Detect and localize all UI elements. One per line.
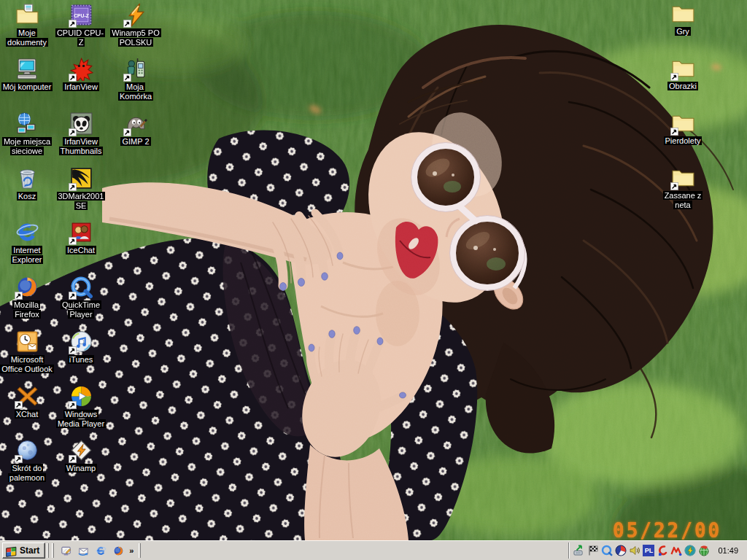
shortcut-arrow-icon [670, 182, 678, 190]
icon-label: Moje miejsca sieciowe [2, 137, 52, 155]
language-indicator[interactable]: PL [643, 545, 654, 556]
windows-flag-icon [5, 545, 18, 557]
icon-label: IrfanView Thumbnails [59, 137, 104, 155]
shortcut-arrow-icon [69, 74, 77, 82]
desktop-icon-moj-komputer[interactable]: Mój komputer [0, 57, 54, 92]
start-button-label: Start [20, 545, 39, 556]
desktop-icon-outlook[interactable]: Microsoft Office Outlook [0, 330, 54, 374]
desktop-icon-irfanview[interactable]: IrfanView [54, 57, 108, 92]
my-documents-folder-icon [15, 3, 39, 27]
desktop-icon-moje-miejsca-sieciowe[interactable]: Moje miejsca sieciowe [0, 112, 54, 156]
desktop[interactable]: 05/22/00 Moje dokumenty CPUID CPU-Z Wina… [0, 0, 747, 540]
recycle-bin-icon [15, 166, 39, 190]
xchat-icon [15, 384, 39, 408]
desktop-icon-palemoon[interactable]: Skrót do palemoon [0, 438, 54, 483]
desktop-icon-gimp[interactable]: GIMP 2 [109, 112, 163, 147]
shortcut-arrow-icon [15, 401, 23, 409]
palemoon-icon [15, 438, 39, 462]
desktop-icon-3dmark[interactable]: 3DMark2001 SE [54, 166, 108, 211]
shortcut-arrow-icon [69, 237, 77, 245]
windows-media-player-icon [69, 384, 93, 408]
3dmark-icon [69, 166, 93, 190]
desktop-icon-gry[interactable]: Gry [656, 1, 710, 36]
toolbar-grip[interactable] [47, 543, 49, 558]
shortcut-arrow-icon [15, 455, 23, 463]
red-hook-tray-icon[interactable] [657, 545, 668, 556]
winamp-diamond-icon [69, 438, 93, 462]
shortcut-arrow-icon [123, 20, 131, 28]
checkered-flag-icon[interactable] [587, 545, 599, 556]
network-places-icon [15, 112, 39, 136]
shortcut-arrow-icon [670, 73, 678, 81]
mobile-phone-icon [124, 57, 148, 81]
winamp-lightning-icon [124, 3, 148, 27]
shortcut-arrow-icon [123, 74, 131, 82]
desktop-icon-moje-dokumenty[interactable]: Moje dokumenty [0, 3, 54, 47]
gimp-wilber-icon [124, 112, 148, 136]
internet-explorer-button[interactable] [93, 543, 109, 559]
desktop-icon-icechat[interactable]: IceChat [54, 220, 108, 255]
show-desktop-button[interactable] [58, 543, 74, 559]
icon-label: GIMP 2 [120, 137, 150, 146]
icon-label: IrfanView [63, 82, 99, 91]
firefox-icon [15, 275, 39, 299]
shortcut-arrow-icon [69, 292, 77, 300]
desktop-icon-irfanview-thumbnails[interactable]: IrfanView Thumbnails [54, 112, 108, 156]
cpu-meter-icon[interactable] [615, 545, 627, 556]
toolbar-grip[interactable] [139, 543, 141, 558]
desktop-icon-firefox[interactable]: Mozilla Firefox [0, 275, 54, 319]
desktop-icon-itunes[interactable]: iTunes [54, 330, 108, 365]
quicktime-tray-icon[interactable] [601, 545, 613, 556]
folder-icon [671, 166, 695, 190]
icon-label: Moja Komórka [118, 82, 153, 101]
desktop-icon-moja-komorka[interactable]: Moja Komórka [109, 57, 163, 101]
icon-label: Skrót do palemoon [8, 464, 46, 482]
outlook-express-button[interactable] [75, 543, 91, 559]
desktop-icon-xchat[interactable]: XChat [0, 384, 54, 419]
outlook-icon [15, 330, 39, 354]
desktop-icon-wmp[interactable]: Windows Media Player [54, 384, 108, 429]
icon-label: iTunes [68, 355, 95, 364]
desktop-icon-pierdolety[interactable]: Pierdolety [656, 111, 710, 146]
firefox-button[interactable] [110, 543, 126, 559]
itunes-icon [69, 330, 93, 354]
quick-launch-overflow-chevron[interactable]: » [128, 546, 135, 555]
desktop-icon-winamp5[interactable]: Winamp5 PO POLSKU [109, 3, 163, 47]
my-computer-icon [15, 57, 39, 81]
volume-icon[interactable] [629, 545, 640, 556]
shortcut-arrow-icon [670, 128, 678, 136]
icon-label: 3DMark2001 SE [57, 192, 106, 210]
shortcut-arrow-icon [69, 401, 77, 409]
red-wave-tray-icon[interactable] [670, 545, 682, 556]
icon-label: IceChat [66, 246, 96, 254]
shortcut-arrow-icon [123, 128, 131, 136]
safely-remove-hardware-icon[interactable] [573, 545, 585, 556]
start-button[interactable]: Start [2, 542, 45, 559]
taskbar: Start » PL 01:49 [0, 540, 747, 560]
winamp-agent-icon[interactable] [684, 545, 696, 556]
desktop-icon-quicktime[interactable]: QuickTime Player [54, 275, 108, 319]
desktop-icon-obrazki[interactable]: Obrazki [656, 56, 710, 91]
toolbar-grip[interactable] [52, 543, 54, 558]
icon-label: Internet Explorer [11, 246, 44, 264]
icon-label: Windows Media Player [56, 410, 106, 428]
internet-explorer-icon [96, 545, 107, 556]
tray-divider [568, 542, 570, 559]
photo-date-stamp: 05/22/00 [613, 518, 744, 540]
icon-label: Zassane z neta [663, 191, 703, 209]
desktop-icon-zassane-z-neta[interactable]: Zassane z neta [656, 166, 710, 210]
folder-icon [671, 111, 695, 135]
internet-explorer-icon [15, 220, 39, 244]
desktop-icon-cpuz[interactable]: CPUID CPU-Z [54, 3, 108, 47]
shortcut-arrow-icon [69, 346, 77, 354]
icon-label: Winamp [65, 464, 97, 472]
shortcut-arrow-icon [69, 183, 77, 191]
show-desktop-icon [61, 545, 71, 556]
network-globe-tray-icon[interactable] [698, 545, 710, 556]
shortcut-arrow-icon [15, 292, 23, 300]
firefox-icon [113, 545, 124, 556]
desktop-icon-kosz[interactable]: Kosz [0, 166, 54, 201]
desktop-icon-internet-explorer[interactable]: Internet Explorer [0, 220, 54, 265]
desktop-icon-winamp[interactable]: Winamp [54, 438, 108, 473]
taskbar-clock[interactable]: 01:49 [718, 546, 738, 555]
